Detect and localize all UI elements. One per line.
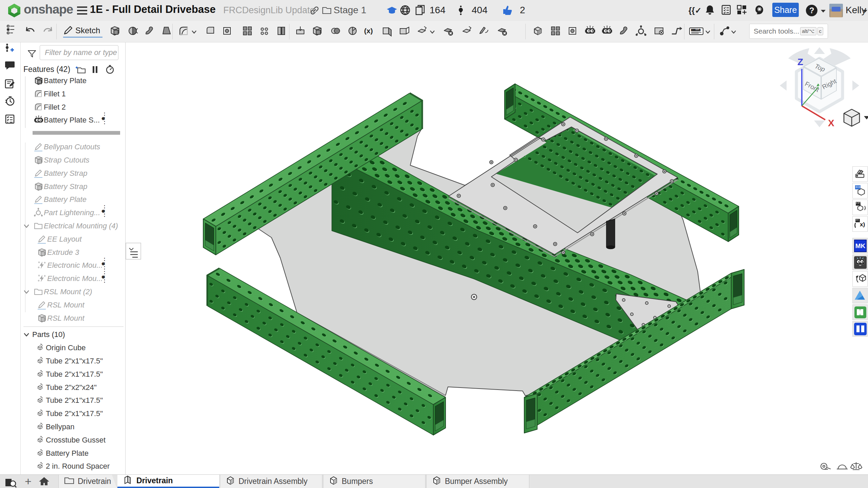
svg-text:(x): (x) bbox=[364, 27, 373, 35]
svg-text:{{✓}}: {{✓}} bbox=[688, 6, 700, 15]
svg-text:HELLO: HELLO bbox=[691, 29, 700, 32]
svg-text:Z: Z bbox=[797, 57, 803, 67]
svg-text:X: X bbox=[828, 118, 834, 128]
svg-text:?: ? bbox=[809, 6, 814, 15]
svg-text:x): x) bbox=[860, 221, 865, 228]
